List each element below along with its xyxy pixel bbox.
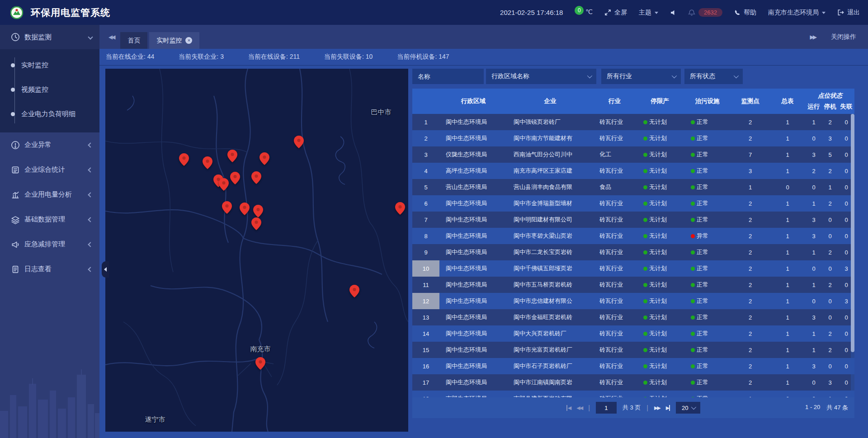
map-pin[interactable] [395,202,405,215]
page-number-input[interactable] [596,402,617,414]
industry-select[interactable]: 所有行业 [601,69,681,84]
next-page-button[interactable]: ▶▶ [654,405,660,411]
first-page-button[interactable]: ◀ [566,405,571,411]
cell-running: 1 [806,325,822,342]
table-row[interactable]: 7 阆中生态环境局 阆中明阳建材有限公司 砖瓦行业 无计划 正常 2 1 3 0… [412,212,854,228]
chevron-left-icon [104,267,107,272]
cell-pollution-facility: 正常 [684,130,731,146]
map-pin[interactable] [253,205,263,217]
map-roads-layer [105,69,408,432]
sidebar-item-top-1[interactable]: 企业综合统计 [0,157,99,182]
cell-monitor-points: 2 [731,277,769,293]
table-row[interactable]: 5 营山生态环境局 营山县润丰肉食品有限 食品 无计划 正常 1 0 0 1 0 [412,179,854,195]
table-row[interactable]: 12 阆中生态环境局 阆中市忠信建材有限公 砖瓦行业 无计划 正常 2 1 0 … [412,293,854,309]
sidebar-item-top-2[interactable]: 企业用电量分析 [0,182,99,207]
sidebar-item-top-0[interactable]: 企业异常 [0,132,99,157]
scrollbar-thumb[interactable] [851,114,854,352]
cell-company: 南充市高坪区王家店建 [507,163,593,179]
cell-stopped: 0 [822,228,838,244]
cell-company: 阆中市光富页岩机砖厂 [507,342,593,358]
cell-index: 7 [412,212,439,228]
table-row[interactable]: 8 阆中生态环境局 阆中市枣碧大梁山页岩 砖瓦行业 无计划 异常 2 1 3 0… [412,228,854,244]
notifications[interactable]: 2632 [688,8,722,17]
map-pin[interactable] [179,153,189,166]
chevron-left-icon [88,217,93,222]
map-pin[interactable] [259,152,269,165]
pagination-bar: ◀ ◀◀ | 共 3 页 | ▶▶ ▶ 20 1 - 20 共 47 条 [412,397,854,418]
monitor-icon [11,33,20,42]
col-index [412,89,439,114]
pagination-divider: | [646,404,648,411]
chevron-down-icon [655,12,658,14]
tab-home[interactable]: 首页 [120,32,147,49]
map-pin[interactable] [227,150,237,162]
sidebar-group-data-monitor[interactable]: 数据监测 [0,25,99,49]
cell-region: 阆中生态环境局 [439,277,507,293]
status-select[interactable]: 所有状态 [684,69,743,84]
map-panel[interactable]: 巴中市南充市遂宁市 [105,69,408,432]
close-operations-button[interactable]: 关闭操作 [831,33,856,41]
map-pin[interactable] [222,201,232,214]
cell-pollution-facility: 正常 [684,325,731,342]
mute-button[interactable] [670,9,676,16]
table-row[interactable]: 16 阆中生态环境局 阆中市石子页岩机砖厂 砖瓦行业 无计划 正常 2 1 3 … [412,358,854,374]
tab-close-icon[interactable]: × [185,37,192,44]
table-row[interactable]: 18 南部生态环境局 南部县建新页岩砖有限 砖瓦行业 无计划 正常 1 0 0 … [412,391,854,397]
map-pin[interactable] [251,217,261,230]
cell-index: 16 [412,358,439,374]
cell-pollution-facility: 正常 [684,260,731,277]
sidebar-item-0[interactable]: 实时监控 [0,53,99,77]
map-pin[interactable] [203,156,212,169]
table-row[interactable]: 15 阆中生态环境局 阆中市光富页岩机砖厂 砖瓦行业 无计划 正常 2 1 1 … [412,342,854,358]
prev-page-button[interactable]: ◀◀ [576,405,582,411]
map-pin[interactable] [294,136,304,148]
theme-dropdown[interactable]: 主题 [639,9,658,17]
map-pin[interactable] [240,203,250,215]
help-button[interactable]: 帮助 [734,9,756,17]
cell-stop-limit: 无计划 [636,277,684,293]
sidebar-item-top-3[interactable]: 基础数据管理 [0,207,99,232]
map-pin[interactable] [230,172,240,184]
sidebar-item-1[interactable]: 视频监控 [0,77,99,102]
logout-button[interactable]: 退出 [837,9,860,17]
table-scrollbar[interactable] [851,114,854,397]
tabs-scroll-right-button[interactable]: ▶▶ [810,34,816,40]
map-pin[interactable] [251,171,261,184]
topbar: 环保用电监管系统 2021-02-25 17:46:18 0 ℃ 全屏 主题 [0,0,868,25]
table-row[interactable]: 6 阆中生态环境局 阆中市金博瑞新型墙材 砖瓦行业 无计划 正常 2 1 1 2… [412,195,854,212]
status-dot [643,185,647,189]
tab-realtime-monitor[interactable]: 实时监控 × [149,32,199,49]
sidebar-item-2[interactable]: 企业电力负荷明细 [0,102,99,126]
table-row[interactable]: 4 高坪生态环境局 南充市高坪区王家店建 砖瓦行业 无计划 正常 3 1 2 2… [412,163,854,179]
table-row[interactable]: 14 阆中生态环境局 阆中大兴页岩机砖厂 砖瓦行业 无计划 正常 2 1 1 2… [412,325,854,342]
map-collapse-handle[interactable] [102,261,109,278]
table-row[interactable]: 17 阆中生态环境局 阆中市江南镇阆南页岩 砖瓦行业 无计划 正常 2 1 0 … [412,374,854,391]
table-row[interactable]: 13 阆中生态环境局 阆中市金福旺页岩机砖 砖瓦行业 无计划 正常 2 1 3 … [412,309,854,325]
map-pin[interactable] [255,357,265,370]
fullscreen-button[interactable]: 全屏 [604,9,627,17]
status-dot [691,267,695,271]
user-dropdown[interactable]: 南充市生态环境局 [768,9,826,17]
table-row[interactable]: 3 仪陇生态环境局 西南油气田分公司川中 化工 无计划 正常 7 1 3 5 0 [412,146,854,163]
table-row[interactable]: 9 阆中生态环境局 阆中市二龙长宝页岩砖 砖瓦行业 无计划 正常 2 1 1 2… [412,244,854,260]
sidebar-item-top-4[interactable]: 应急减排管理 [0,232,99,257]
region-select[interactable]: 行政区域名称 [486,69,596,84]
speaker-icon [670,9,676,16]
table-row[interactable]: 1 阆中生态环境局 阆中强锐页岩砖厂 砖瓦行业 无计划 正常 2 1 1 2 0 [412,114,854,130]
sidebar-item-top-5[interactable]: 日志查看 [0,257,99,282]
table-row[interactable]: 2 阆中生态环境局 阆中市南方节能建材有 砖瓦行业 无计划 正常 2 1 0 3… [412,130,854,146]
cell-region: 阆中生态环境局 [439,293,507,309]
cell-stop-limit: 无计划 [636,114,684,130]
cell-running: 0 [806,260,822,277]
name-search-input[interactable] [412,69,484,84]
map-pin[interactable] [349,285,359,297]
table-row[interactable]: 11 阆中生态环境局 阆中市五马桥页岩机砖 砖瓦行业 无计划 正常 2 1 1 … [412,277,854,293]
tabs-scroll-left-button[interactable]: ◀◀ [108,34,114,40]
table-row[interactable]: 10 阆中生态环境局 阆中千佛镇五郎垭页岩 砖瓦行业 无计划 正常 2 1 0 … [412,260,854,277]
map-pin[interactable] [219,178,229,191]
col-region: 行政区域 [439,89,507,114]
cell-stopped: 3 [822,374,838,391]
cell-main-meter: 1 [769,228,806,244]
page-size-select[interactable]: 20 [676,402,700,414]
last-page-button[interactable]: ▶ [666,405,670,411]
